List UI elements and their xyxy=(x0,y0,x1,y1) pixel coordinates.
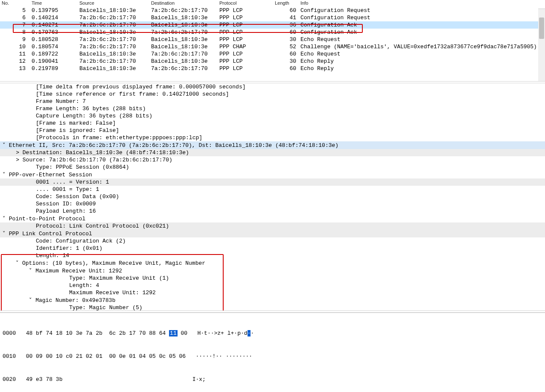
packet-cell-dst: 7a:2b:6c:2b:17:70 xyxy=(149,65,218,72)
detail-line[interactable]: Maximum Receive Unit: 1292 xyxy=(0,289,545,296)
packet-cell-dst: 7a:2b:6c:2b:17:70 xyxy=(149,29,218,36)
packet-cell-len: 60 xyxy=(273,29,299,36)
packet-cell-proto: PPP LCP xyxy=(218,50,273,58)
packet-row[interactable]: 90.1805287a:2b:6c:2b:17:70Baicells_18:10… xyxy=(0,36,545,43)
packet-list-pane[interactable]: No. Time Source Destination Protocol Len… xyxy=(0,0,545,81)
detail-line[interactable]: Type: Magic Number (5) xyxy=(0,304,545,310)
packet-cell-time: 0.189722 xyxy=(30,50,78,58)
packet-cell-proto: PPP LCP xyxy=(218,29,273,36)
hex-row-2[interactable]: 0020 49 e3 78 3b I·x; xyxy=(3,376,542,383)
detail-line[interactable]: Length: 4 xyxy=(0,282,545,289)
detail-line[interactable]: Type: Maximum Receive Unit (1) xyxy=(0,275,545,282)
packet-cell-info: Configuration Ack xyxy=(299,21,545,29)
detail-line[interactable]: Identifier: 1 (0x01) xyxy=(0,245,545,252)
packet-cell-dst: Baicells_18:10:3e xyxy=(149,43,218,50)
detail-line[interactable]: ˅ PPP-over-Ethernet Session xyxy=(0,171,545,178)
packet-row[interactable]: 70.1402717a:2b:6c:2b:17:70Baicells_18:10… xyxy=(0,21,545,29)
packet-list-scrollbar[interactable] xyxy=(538,9,545,81)
col-source[interactable]: Source xyxy=(78,0,149,7)
detail-line[interactable]: ˅ Options: (10 bytes), Maximum Receive U… xyxy=(0,259,545,267)
packet-cell-len: 60 xyxy=(273,50,299,58)
col-len[interactable]: Length xyxy=(273,0,299,7)
detail-line[interactable]: Code: Session Data (0x00) xyxy=(0,193,545,200)
packet-cell-proto: PPP CHAP xyxy=(218,43,273,50)
hex-selected-byte: 11 xyxy=(169,330,178,336)
packet-cell-dst: Baicells_18:10:3e xyxy=(149,58,218,65)
packet-cell-len: 52 xyxy=(273,43,299,50)
hex-row-1[interactable]: 0010 00 09 00 10 c0 21 02 01 00 0e 01 04… xyxy=(3,353,542,360)
packet-cell-no: 10 xyxy=(0,43,30,50)
detail-line[interactable]: [Frame is marked: False] xyxy=(0,120,545,127)
packet-cell-src: 7a:2b:6c:2b:17:70 xyxy=(78,43,149,50)
packet-cell-dst: Baicells_18:10:3e xyxy=(149,36,218,43)
packet-cell-dst: Baicells_18:10:3e xyxy=(149,14,218,21)
packet-cell-proto: PPP LCP xyxy=(218,21,273,29)
packet-cell-no: 8 xyxy=(0,29,30,36)
hex-row-0[interactable]: 0000 48 bf 74 18 10 3e 7a 2b 6c 2b 17 70… xyxy=(3,330,542,337)
detail-line[interactable]: ˅ Maximum Receive Unit: 1292 xyxy=(0,267,545,275)
scrollbar-thumb[interactable] xyxy=(539,18,544,39)
detail-line[interactable]: .... 0001 = Type: 1 xyxy=(0,186,545,193)
packet-cell-no: 7 xyxy=(0,21,30,29)
packet-row[interactable]: 60.1402147a:2b:6c:2b:17:70Baicells_18:10… xyxy=(0,14,545,21)
packet-cell-proto: PPP LCP xyxy=(218,7,273,14)
detail-line[interactable]: Frame Length: 36 bytes (288 bits) xyxy=(0,105,545,112)
detail-line[interactable]: Length: 14 xyxy=(0,252,545,259)
packet-row[interactable]: 120.1900417a:2b:6c:2b:17:70Baicells_18:1… xyxy=(0,58,545,65)
packet-cell-no: 11 xyxy=(0,50,30,58)
detail-line[interactable]: ˅ Ethernet II, Src: 7a:2b:6c:2b:17:70 (7… xyxy=(0,141,545,149)
column-header-row[interactable]: No. Time Source Destination Protocol Len… xyxy=(0,0,545,7)
detail-line[interactable]: Code: Configuration Ack (2) xyxy=(0,237,545,245)
detail-line[interactable]: Session ID: 0x0009 xyxy=(0,200,545,208)
packet-cell-len: 60 xyxy=(273,7,299,14)
packet-row[interactable]: 100.1805747a:2b:6c:2b:17:70Baicells_18:1… xyxy=(0,43,545,50)
packet-cell-src: Baicells_18:10:3e xyxy=(78,29,149,36)
detail-line[interactable]: 0001 .... = Version: 1 xyxy=(0,178,545,186)
detail-line[interactable]: ˅ Point-to-Point Protocol xyxy=(0,215,545,222)
packet-row[interactable]: 50.139795Baicells_18:10:3e7a:2b:6c:2b:17… xyxy=(0,7,545,14)
packet-cell-no: 6 xyxy=(0,14,30,21)
detail-line[interactable]: Payload Length: 16 xyxy=(0,208,545,215)
detail-line[interactable]: Protocol: Link Control Protocol (0xc021) xyxy=(0,222,545,230)
packet-cell-len: 41 xyxy=(273,14,299,21)
detail-line[interactable]: ˅ PPP Link Control Protocol xyxy=(0,230,545,237)
packet-cell-src: Baicells_18:10:3e xyxy=(78,7,149,14)
packet-hex-pane[interactable]: 0000 48 bf 74 18 10 3e 7a 2b 6c 2b 17 70… xyxy=(0,313,545,392)
col-info[interactable]: Info xyxy=(299,0,545,7)
col-time[interactable]: Time xyxy=(30,0,78,7)
detail-line[interactable]: Type: PPPoE Session (0x8864) xyxy=(0,164,545,171)
detail-line[interactable]: [Frame is ignored: False] xyxy=(0,127,545,134)
packet-cell-info: Configuration Ack xyxy=(299,29,545,36)
packet-details-pane[interactable]: [Time delta from previous displayed fram… xyxy=(0,83,545,310)
detail-line[interactable]: Frame Number: 7 xyxy=(0,98,545,105)
packet-cell-no: 9 xyxy=(0,36,30,43)
detail-line[interactable]: > Source: 7a:2b:6c:2b:17:70 (7a:2b:6c:2b… xyxy=(0,156,545,164)
detail-line[interactable]: > Destination: Baicells_18:10:3e (48:bf:… xyxy=(0,149,545,156)
packet-cell-src: 7a:2b:6c:2b:17:70 xyxy=(78,21,149,29)
packet-cell-time: 0.180528 xyxy=(30,36,78,43)
detail-line[interactable]: [Protocols in frame: eth:ethertype:pppoe… xyxy=(0,134,545,141)
packet-cell-len: 30 xyxy=(273,58,299,65)
packet-cell-info: Challenge (NAME='baicells', VALUE=0xedfe… xyxy=(299,43,545,50)
packet-row[interactable]: 130.219789Baicells_18:10:3e7a:2b:6c:2b:1… xyxy=(0,65,545,72)
packet-cell-time: 0.140214 xyxy=(30,14,78,21)
packet-cell-time: 0.219789 xyxy=(30,65,78,72)
packet-row[interactable]: 80.179763Baicells_18:10:3e7a:2b:6c:2b:17… xyxy=(0,29,545,36)
packet-cell-proto: PPP LCP xyxy=(218,14,273,21)
packet-cell-dst: 7a:2b:6c:2b:17:70 xyxy=(149,50,218,58)
col-proto[interactable]: Protocol xyxy=(218,0,273,7)
packet-cell-no: 5 xyxy=(0,7,30,14)
col-dest[interactable]: Destination xyxy=(149,0,218,7)
detail-line[interactable]: Capture Length: 36 bytes (288 bits) xyxy=(0,112,545,120)
packet-row[interactable]: 110.189722Baicells_18:10:3e7a:2b:6c:2b:1… xyxy=(0,50,545,58)
packet-list-table[interactable]: No. Time Source Destination Protocol Len… xyxy=(0,0,545,72)
detail-line[interactable]: [Time since reference or first frame: 0.… xyxy=(0,91,545,98)
col-no[interactable]: No. xyxy=(0,0,30,7)
packet-cell-info: Configuration Request xyxy=(299,7,545,14)
detail-line[interactable]: ˅ Magic Number: 0x49e3783b xyxy=(0,296,545,304)
packet-cell-src: 7a:2b:6c:2b:17:70 xyxy=(78,58,149,65)
packet-cell-info: Configuration Request xyxy=(299,14,545,21)
packet-cell-proto: PPP LCP xyxy=(218,36,273,43)
packet-cell-info: Echo Reply xyxy=(299,65,545,72)
detail-line[interactable]: [Time delta from previous displayed fram… xyxy=(0,83,545,91)
